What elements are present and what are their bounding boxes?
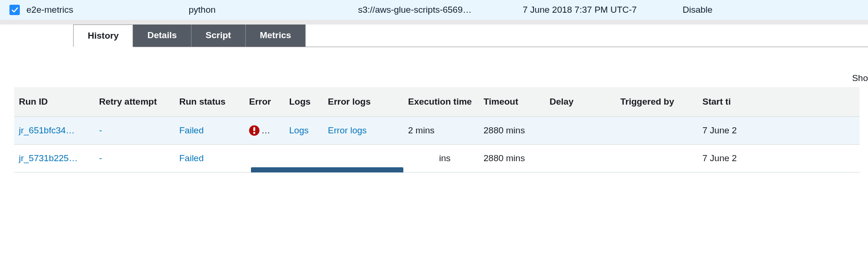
error-icon [249,125,259,136]
delay [545,117,616,145]
divider [0,20,868,25]
timeout: 2880 mins [479,117,545,145]
error-logs-link[interactable]: Error logs [323,117,403,145]
delay [545,145,616,172]
col-retry[interactable]: Retry attempt [94,87,175,117]
col-timeout[interactable]: Timeout [479,87,545,117]
timeout: 2880 mins [479,145,545,172]
logs-link[interactable]: Logs [284,117,323,145]
col-error[interactable]: Error [244,87,284,117]
tabs: History Details Script Metrics [73,25,868,47]
error-tooltip: Command failed with exit code 1 [251,167,403,172]
svg-rect-0 [253,127,255,131]
col-delay[interactable]: Delay [545,87,616,117]
run-id-link[interactable]: jr_5731b225… [14,145,94,172]
tab-details[interactable]: Details [133,25,191,47]
tab-history[interactable]: History [73,25,133,47]
job-row-selected[interactable]: e2e-metrics python s3://aws-glue-scripts… [0,0,868,20]
table-row[interactable]: jr_5731b225… - Failed ins 2880 mins 7 Ju… [14,145,860,172]
triggered-by [616,145,698,172]
error-cell[interactable]: … [244,117,284,145]
job-type: python [189,5,351,15]
col-exec[interactable]: Execution time [403,87,479,117]
col-run-id[interactable]: Run ID [14,87,94,117]
col-error-logs[interactable]: Error logs [323,87,403,117]
table-row[interactable]: jr_651bfc34… - Failed … Logs Error logs … [14,117,860,145]
run-status: Failed [175,117,244,145]
job-disable-status: Disable [683,5,712,15]
error-ellipsis: … [261,125,270,136]
col-status[interactable]: Run status [175,87,244,117]
retry-value: - [94,145,175,172]
job-location: s3://aws-glue-scripts-6569… [358,5,516,15]
exec-time: 2 mins [403,117,479,145]
tab-script[interactable]: Script [192,25,246,47]
job-last-modified: 7 June 2018 7:37 PM UTC-7 [523,5,676,15]
job-name: e2e-metrics [26,5,182,15]
tab-metrics[interactable]: Metrics [246,25,306,47]
svg-rect-1 [253,132,255,134]
col-logs[interactable]: Logs [284,87,323,117]
showing-label: Sho [0,47,868,87]
retry-value: - [94,117,175,145]
run-id-link[interactable]: jr_651bfc34… [14,117,94,145]
runs-table: Run ID Retry attempt Run status Error Lo… [14,87,860,172]
triggered-by [616,117,698,145]
col-triggered[interactable]: Triggered by [616,87,698,117]
start-time: 7 June 2 [698,145,860,172]
start-time: 7 June 2 [698,117,860,145]
col-start[interactable]: Start ti [698,87,860,117]
exec-time: ins [403,145,479,172]
run-status: Failed [175,145,244,172]
checkbox-job[interactable] [9,5,20,15]
